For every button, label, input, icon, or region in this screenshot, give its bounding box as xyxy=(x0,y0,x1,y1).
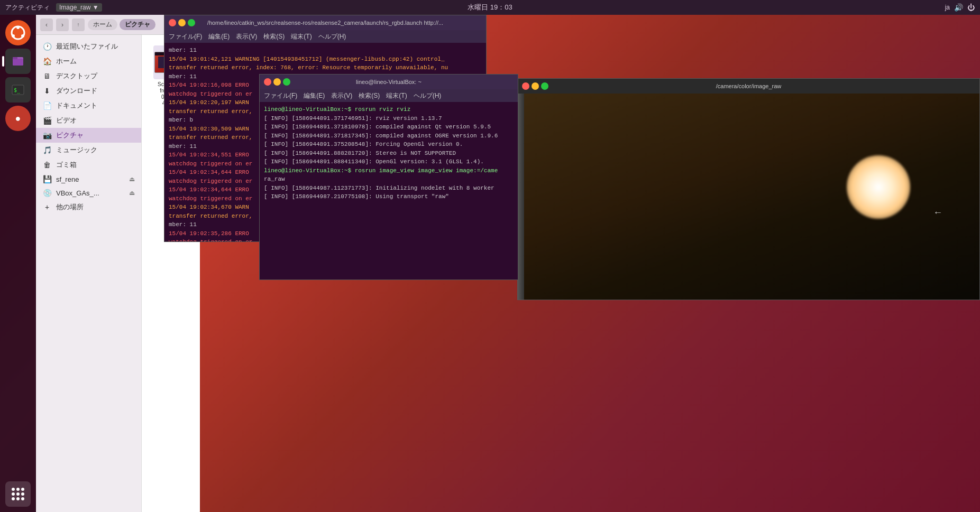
nav-pictures-label: ピクチャ xyxy=(56,131,84,140)
nav-pictures[interactable]: 📷 ピクチャ xyxy=(36,128,141,143)
svg-point-2 xyxy=(21,34,24,38)
terminal2-minimize[interactable] xyxy=(273,78,281,86)
terminal-window-2: lineo@lineo-VirtualBox: ~ ファイル(F) 編集(E) … xyxy=(259,74,518,280)
svg-rect-5 xyxy=(13,59,23,66)
terminal2-maximize[interactable] xyxy=(283,78,290,86)
terminal2-menu-edit[interactable]: 編集(E) xyxy=(304,91,325,100)
terminal2-menu-terminal[interactable]: 端末(T) xyxy=(386,91,407,100)
nav-recent-label: 最近開いたファイル xyxy=(56,42,118,51)
terminal2-menu-file[interactable]: ファイル(F) xyxy=(264,91,297,100)
terminal1-menu-terminal[interactable]: 端末(T) xyxy=(291,32,312,41)
terminal1-maximize[interactable] xyxy=(188,19,195,26)
nav-other[interactable]: + 他の場所 xyxy=(36,200,141,215)
image-viewer-maximize[interactable] xyxy=(541,82,548,90)
terminal-line: mber: 11 xyxy=(169,46,482,55)
nav-music-label: ミュージック xyxy=(56,145,97,155)
terminal1-minimize[interactable] xyxy=(178,19,186,26)
power-icon[interactable]: ⏻ xyxy=(967,3,975,12)
activities-button[interactable]: アクティビティ xyxy=(5,3,50,12)
home-icon: 🏠 xyxy=(42,57,52,66)
terminal-line: lineo@lineo-VirtualBox:~$ rosrun image_v… xyxy=(264,166,514,175)
terminal1-menu-view[interactable]: 表示(V) xyxy=(236,32,257,41)
breadcrumb: ホーム ピクチャ xyxy=(88,19,155,30)
top-bar-left: アクティビティ Image_raw ▼ xyxy=(5,3,102,12)
terminal2-body[interactable]: lineo@lineo-VirtualBox:~$ rosrun rviz rv… xyxy=(260,102,518,280)
nav-trash-label: ゴミ箱 xyxy=(56,160,77,170)
image-viewer-window: /camera/color/image_raw ← xyxy=(517,78,980,300)
terminal-line: 15/04 19:01:42,121 WARNING [140154938451… xyxy=(169,55,482,64)
terminal1-menu-file[interactable]: ファイル(F) xyxy=(169,32,202,41)
forward-button[interactable]: › xyxy=(56,18,69,31)
music-icon: 🎵 xyxy=(42,146,52,154)
image-viewer-close[interactable] xyxy=(522,82,529,90)
nav-vbox[interactable]: 💿 VBox_GAs_... ⏏ xyxy=(36,186,141,200)
terminal1-menubar: ファイル(F) 編集(E) 表示(V) 検索(S) 端末(T) ヘルプ(H) xyxy=(164,30,486,43)
image-viewer-title: /camera/color/image_raw xyxy=(716,83,782,89)
nav-other-label: 他の場所 xyxy=(56,202,84,212)
terminal-line: [ INFO] [1586944987.112371773]: Initiali… xyxy=(264,184,514,193)
dock-app3[interactable]: ● xyxy=(5,106,31,131)
terminal-line: [ INFO] [1586944891.371817345]: compiled… xyxy=(264,132,514,141)
eject-icon-2[interactable]: ⏏ xyxy=(129,189,135,197)
terminal1-title: /home/lineo/catkin_ws/src/realsense-ros/… xyxy=(207,20,443,26)
back-button[interactable]: ‹ xyxy=(40,18,53,31)
terminal2-menu-help[interactable]: ヘルプ(H) xyxy=(414,91,442,100)
up-button[interactable]: ↑ xyxy=(72,18,85,31)
terminal1-titlebar: /home/lineo/catkin_ws/src/realsense-ros/… xyxy=(164,15,486,30)
terminal1-menu-search[interactable]: 検索(S) xyxy=(263,32,285,41)
nav-downloads-label: ダウンロード xyxy=(56,86,97,96)
dock-files[interactable] xyxy=(5,49,31,74)
image-viewer-minimize[interactable] xyxy=(532,82,539,90)
svg-point-3 xyxy=(12,34,15,38)
window-title-indicator[interactable]: Image_raw ▼ xyxy=(56,3,102,12)
drive-icon-1: 💾 xyxy=(42,175,52,183)
show-apps-button[interactable] xyxy=(5,481,31,507)
ubuntu-logo[interactable] xyxy=(5,20,31,45)
dock-terminal[interactable]: $_ xyxy=(5,77,31,103)
nav-trash[interactable]: 🗑 ゴミ箱 xyxy=(36,157,141,172)
nav-videos-label: ビデオ xyxy=(56,116,77,125)
downloads-icon: ⬇ xyxy=(42,87,52,95)
nav-downloads[interactable]: ⬇ ダウンロード xyxy=(36,83,141,98)
drive-icon-2: 💿 xyxy=(42,189,52,197)
videos-icon: 🎬 xyxy=(42,116,52,125)
bright-light-spot xyxy=(847,155,910,219)
nav-sf-rene[interactable]: 💾 sf_rene ⏏ xyxy=(36,172,141,186)
arrow-indicator: ← xyxy=(933,207,942,218)
recent-icon: 🕐 xyxy=(42,42,52,51)
svg-text:$_: $_ xyxy=(14,87,21,94)
terminal1-close[interactable] xyxy=(169,19,176,26)
terminal2-menu-search[interactable]: 検索(S) xyxy=(359,91,380,100)
nav-home[interactable]: 🏠 ホーム xyxy=(36,54,141,69)
eject-icon-1[interactable]: ⏏ xyxy=(129,175,135,183)
nav-documents-label: ドキュメント xyxy=(56,101,97,110)
top-bar: アクティビティ Image_raw ▼ 水曜日 19：03 ja 🔊 ⏻ xyxy=(0,0,980,15)
terminal-line: [ INFO] [1586944891.375208548]: Forcing … xyxy=(264,140,514,149)
breadcrumb-pictures[interactable]: ピクチャ xyxy=(120,19,155,30)
terminal2-close[interactable] xyxy=(264,78,271,86)
lang-indicator[interactable]: ja xyxy=(945,4,950,11)
terminal1-menu-help[interactable]: ヘルプ(H) xyxy=(318,32,346,41)
file-manager-nav: 🕐 最近開いたファイル 🏠 ホーム 🖥 デスクトップ ⬇ ダウンロード 📄 ドキ… xyxy=(36,35,142,512)
desktop-icon: 🖥 xyxy=(42,72,52,80)
terminal-line: [ INFO] [1586944891.888411340]: OpenGl v… xyxy=(264,157,514,166)
top-bar-right: ja 🔊 ⏻ xyxy=(945,3,975,12)
terminal-line: ra_raw xyxy=(264,175,514,184)
nav-videos[interactable]: 🎬 ビデオ xyxy=(36,113,141,128)
terminal-line: transfer returned error, index: 768, err… xyxy=(169,63,482,72)
left-dock: $_ ● xyxy=(0,15,36,512)
nav-music[interactable]: 🎵 ミュージック xyxy=(36,143,141,157)
nav-recent[interactable]: 🕐 最近開いたファイル xyxy=(36,39,141,54)
terminal-line: [ INFO] [1586944891.371810978]: compiled… xyxy=(264,123,514,132)
nav-sf-rene-label: sf_rene xyxy=(56,175,79,183)
nav-desktop[interactable]: 🖥 デスクトップ xyxy=(36,69,141,83)
volume-icon[interactable]: 🔊 xyxy=(954,3,963,12)
top-bar-clock: 水曜日 19：03 xyxy=(468,3,512,12)
terminal-line: lineo@lineo-VirtualBox:~$ rosrun rviz rv… xyxy=(264,105,514,114)
camera-image-canvas: ← xyxy=(518,94,979,300)
terminal2-titlebar: lineo@lineo-VirtualBox: ~ xyxy=(260,75,518,89)
breadcrumb-home[interactable]: ホーム xyxy=(88,19,117,30)
nav-documents[interactable]: 📄 ドキュメント xyxy=(36,98,141,113)
terminal1-menu-edit[interactable]: 編集(E) xyxy=(208,32,230,41)
terminal2-menu-view[interactable]: 表示(V) xyxy=(331,91,352,100)
